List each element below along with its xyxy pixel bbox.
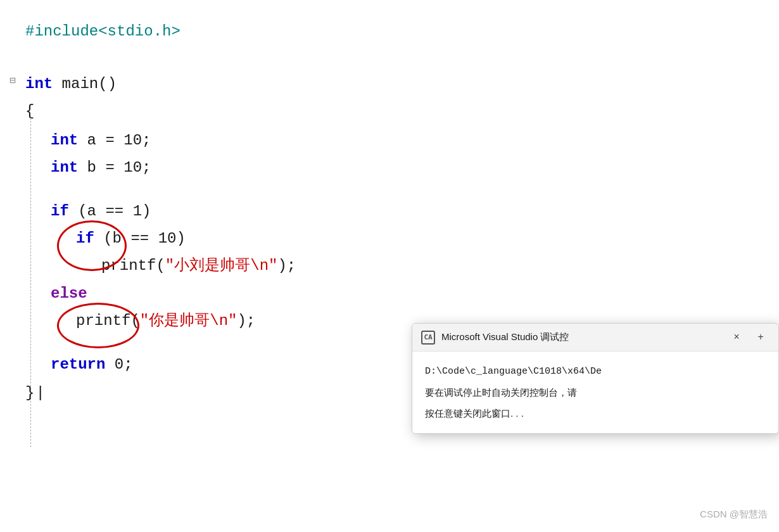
dialog-plus-button[interactable]: + bbox=[752, 330, 770, 345]
dialog-path-line: D:\Code\c_language\C1018\x64\De bbox=[425, 363, 766, 380]
console-dialog: CA Microsoft Visual Studio 调试控 × + D:\Co… bbox=[412, 323, 779, 434]
dialog-app-icon: CA bbox=[421, 331, 435, 345]
collapse-icon[interactable]: ⊟ bbox=[10, 73, 16, 90]
dialog-close-button[interactable]: × bbox=[728, 330, 745, 345]
blank-line-2 bbox=[25, 334, 405, 352]
int-b-line: int b = 10; bbox=[51, 155, 405, 181]
blank-line-1 bbox=[25, 181, 405, 199]
main-decl-line: ⊟ int main() bbox=[25, 72, 405, 98]
printf2-line: printf( "你是帅哥\n" ); bbox=[76, 308, 405, 334]
dialog-info-line2: 按任意键关闭此窗口. . . bbox=[425, 405, 766, 422]
else-line: else bbox=[51, 281, 405, 307]
dialog-info-line1: 要在调试停止时自动关闭控制台，请 bbox=[425, 384, 766, 401]
open-brace-line: { bbox=[25, 99, 405, 125]
keyword-int-main: int bbox=[25, 72, 53, 98]
watermark: CSDN @智慧浩 bbox=[700, 509, 768, 521]
inner-if-line: if (b == 10) bbox=[76, 226, 405, 252]
main-signature: main() bbox=[53, 72, 117, 98]
int-a-line: int a = 10; bbox=[51, 128, 405, 154]
include-line: #include<stdio.h> bbox=[25, 19, 405, 58]
close-brace-line: } | bbox=[25, 381, 405, 407]
dialog-titlebar: CA Microsoft Visual Studio 调试控 × + bbox=[412, 324, 778, 352]
printf1-line: printf( "小刘是帅哥\n" ); bbox=[101, 253, 405, 279]
dialog-title: Microsoft Visual Studio 调试控 bbox=[441, 331, 721, 343]
code-editor: #include<stdio.h> ⊟ int main() { int a =… bbox=[0, 0, 418, 532]
return-line: return 0; bbox=[51, 352, 405, 378]
if-line: if (a == 1) bbox=[51, 199, 405, 225]
dialog-content: D:\Code\c_language\C1018\x64\De 要在调试停止时自… bbox=[412, 352, 778, 433]
